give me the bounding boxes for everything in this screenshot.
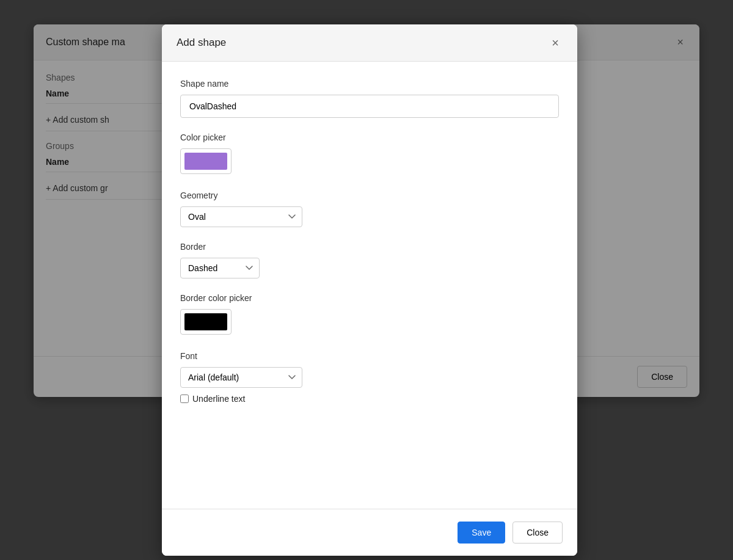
border-group: Border None Solid Dashed Dotted — [180, 242, 559, 278]
add-shape-dialog: Add shape × Shape name Color picker Geom… — [162, 24, 577, 556]
shape-name-input[interactable] — [180, 95, 559, 118]
dialog-title: Add shape — [177, 37, 226, 49]
color-picker-swatch[interactable] — [180, 148, 232, 174]
geometry-label: Geometry — [180, 191, 559, 200]
shape-name-label: Shape name — [180, 79, 559, 89]
border-color-label: Border color picker — [180, 293, 559, 303]
border-label: Border — [180, 242, 559, 252]
dialog-header: Add shape × — [162, 24, 577, 62]
border-color-swatch[interactable] — [180, 309, 232, 335]
close-button[interactable]: Close — [512, 522, 563, 544]
dialog-footer: Save Close — [162, 509, 577, 556]
save-button[interactable]: Save — [458, 522, 505, 544]
geometry-select[interactable]: Oval Rectangle Diamond Triangle Circle — [180, 206, 302, 227]
dialog-body: Shape name Color picker Geometry Oval Re… — [162, 62, 577, 509]
color-swatch-fill — [184, 153, 227, 170]
underline-checkbox[interactable] — [180, 395, 189, 403]
underline-label: Underline text — [192, 394, 245, 404]
color-picker-label: Color picker — [180, 133, 559, 142]
color-picker-group: Color picker — [180, 133, 559, 176]
font-group: Font Arial (default) Times New Roman Cou… — [180, 351, 559, 404]
font-label: Font — [180, 351, 559, 361]
dialog-close-x-button[interactable]: × — [548, 35, 563, 50]
border-color-swatch-fill — [184, 313, 227, 330]
geometry-group: Geometry Oval Rectangle Diamond Triangle… — [180, 191, 559, 227]
border-select[interactable]: None Solid Dashed Dotted — [180, 258, 260, 278]
underline-row: Underline text — [180, 394, 559, 404]
shape-name-group: Shape name — [180, 79, 559, 118]
border-color-group: Border color picker — [180, 293, 559, 336]
font-select[interactable]: Arial (default) Times New Roman Courier … — [180, 367, 302, 388]
